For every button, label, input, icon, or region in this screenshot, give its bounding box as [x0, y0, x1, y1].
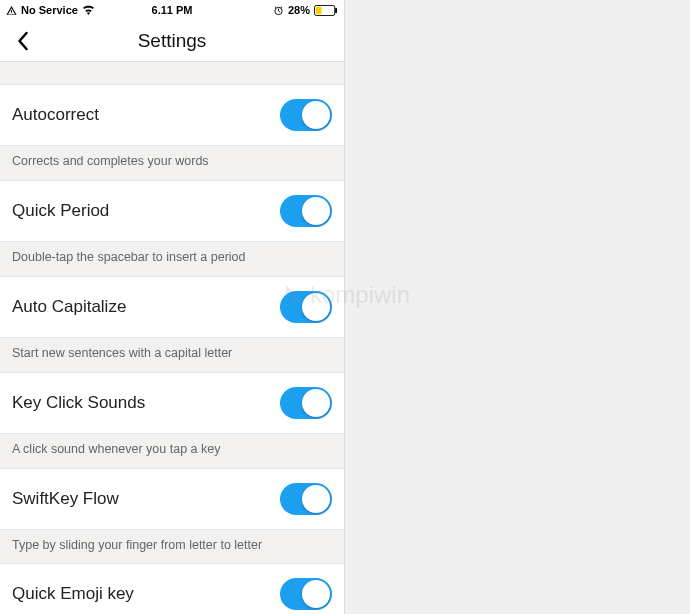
settings-list[interactable]: Autocorrect Corrects and completes your … — [0, 62, 344, 614]
carrier-text: No Service — [21, 4, 78, 16]
auto-capitalize-row: Auto Capitalize — [0, 276, 344, 338]
page-title: Settings — [138, 30, 207, 52]
nav-bar: Settings — [0, 20, 344, 62]
wifi-icon — [82, 5, 95, 15]
svg-rect-2 — [316, 6, 322, 13]
phone-left: No Service 6.11 PM 28% Settings Autocorr… — [0, 0, 345, 614]
key-click-toggle[interactable] — [280, 387, 332, 419]
autocorrect-row: Autocorrect — [0, 84, 344, 146]
back-button[interactable] — [8, 27, 36, 55]
battery-percent: 28% — [288, 4, 310, 16]
flow-label: SwiftKey Flow — [12, 489, 119, 509]
autocorrect-toggle[interactable] — [280, 99, 332, 131]
key-click-desc: A click sound whenever you tap a key — [0, 434, 344, 468]
emoji-row: Quick Emoji key — [0, 563, 344, 614]
flow-toggle[interactable] — [280, 483, 332, 515]
auto-capitalize-toggle[interactable] — [280, 291, 332, 323]
quick-period-toggle[interactable] — [280, 195, 332, 227]
key-click-row: Key Click Sounds — [0, 372, 344, 434]
flow-desc: Type by sliding your finger from letter … — [0, 530, 344, 564]
warning-icon — [6, 5, 17, 16]
battery-icon — [314, 5, 338, 16]
status-bar: No Service 6.11 PM 28% — [0, 0, 344, 20]
auto-capitalize-desc: Start new sentences with a capital lette… — [0, 338, 344, 372]
auto-capitalize-label: Auto Capitalize — [12, 297, 126, 317]
autocorrect-label: Autocorrect — [12, 105, 99, 125]
key-click-label: Key Click Sounds — [12, 393, 145, 413]
chevron-left-icon — [15, 31, 30, 51]
emoji-label: Quick Emoji key — [12, 584, 134, 604]
svg-rect-3 — [335, 7, 337, 13]
autocorrect-desc: Corrects and completes your words — [0, 146, 344, 180]
emoji-toggle[interactable] — [280, 578, 332, 610]
quick-period-label: Quick Period — [12, 201, 109, 221]
alarm-icon — [273, 5, 284, 16]
clock-text: 6.11 PM — [152, 4, 193, 16]
quick-period-row: Quick Period — [0, 180, 344, 242]
flow-row: SwiftKey Flow — [0, 468, 344, 530]
quick-period-desc: Double-tap the spacebar to insert a peri… — [0, 242, 344, 276]
